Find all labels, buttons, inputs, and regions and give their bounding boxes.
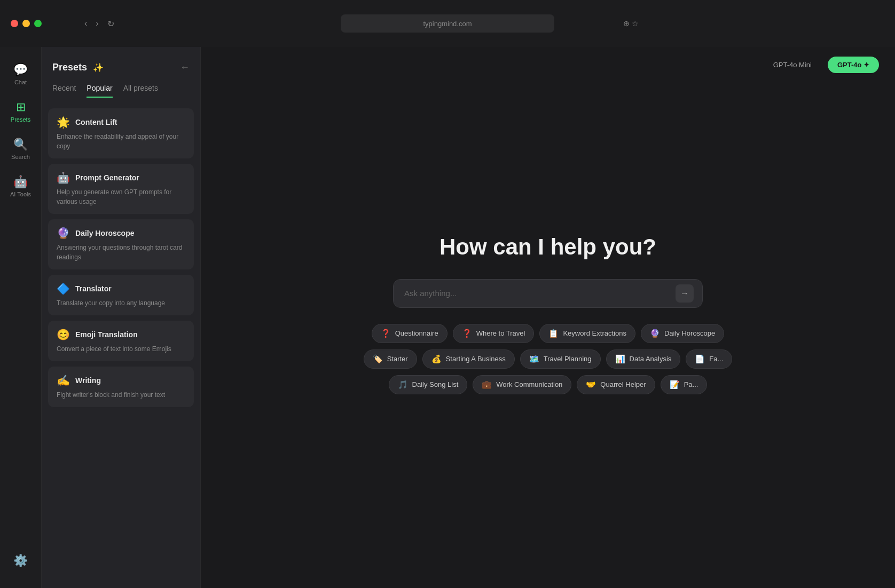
chip-questionnaire[interactable]: ❓ Questionnaire	[372, 324, 448, 343]
chip-pa-label: Pa...	[684, 380, 698, 388]
presets-header: Presets ✨ ←	[42, 47, 200, 84]
tab-all-presets[interactable]: All presets	[123, 84, 158, 98]
sparkle-icon: ✨	[93, 63, 104, 72]
chip-pa[interactable]: 📝 Pa...	[661, 375, 708, 394]
chip-starting-business[interactable]: 💰 Starting A Business	[422, 349, 515, 369]
chip-starting-business-label: Starting A Business	[446, 355, 506, 363]
preset-card-writing[interactable]: ✍️ Writing Fight writer's block and fini…	[48, 367, 194, 407]
suggestions-wrapper: ❓ Questionnaire ❓ Where to Travel 📋 Keyw…	[201, 324, 895, 394]
address-bar[interactable]: typingmind.com	[341, 14, 554, 33]
preset-name-translator: Translator	[75, 284, 112, 293]
back-button[interactable]: ‹	[84, 19, 87, 29]
icon-sidebar: 💬 Chat ⊞ Presets 🔍 Search 🤖 AI Tools ⚙️	[0, 47, 42, 588]
chip-starter-label: Starter	[387, 355, 408, 363]
sidebar-item-search-label: Search	[11, 154, 30, 160]
search-bar: →	[393, 279, 703, 308]
preset-desc-daily-horoscope: Answering your questions through tarot c…	[57, 243, 185, 262]
preset-card-prompt-generator[interactable]: 🤖 Prompt Generator Help you generate own…	[48, 164, 194, 214]
chip-keyword-extractions-label: Keyword Extractions	[563, 329, 626, 337]
starting-business-icon: 💰	[431, 354, 442, 364]
preset-name-writing: Writing	[75, 376, 101, 385]
sidebar-item-presets[interactable]: ⊞ Presets	[0, 95, 41, 128]
chip-where-to-travel-label: Where to Travel	[476, 329, 525, 337]
main-area: GPT-4o Mini GPT-4o ✦ How can I help you?…	[201, 47, 895, 588]
presets-icon: ⊞	[16, 100, 26, 114]
chip-starter[interactable]: 🏷️ Starter	[364, 349, 417, 369]
sidebar-item-ai-tools[interactable]: 🤖 AI Tools	[0, 170, 41, 203]
chip-keyword-extractions[interactable]: 📋 Keyword Extractions	[539, 324, 635, 343]
sidebar-item-settings[interactable]: ⚙️	[13, 549, 28, 573]
chip-daily-horoscope-label: Daily Horoscope	[664, 329, 715, 337]
forward-button[interactable]: ›	[96, 19, 98, 29]
preset-card-translator[interactable]: 🔷 Translator Translate your copy into an…	[48, 275, 194, 315]
suggestion-row-2: 🏷️ Starter 💰 Starting A Business 🗺️ Trav…	[364, 349, 733, 369]
sidebar-item-ai-tools-label: AI Tools	[10, 191, 31, 197]
daily-horoscope-chip-icon: 🔮	[650, 329, 660, 338]
model-secondary-button[interactable]: GPT-4o Mini	[764, 57, 821, 73]
sidebar-item-presets-label: Presets	[11, 116, 30, 123]
daily-song-icon: 🎵	[398, 380, 408, 390]
preset-desc-translator: Translate your copy into any language	[57, 298, 185, 308]
sidebar-item-chat[interactable]: 💬 Chat	[0, 58, 41, 91]
presets-title: Presets	[52, 62, 87, 73]
tab-recent[interactable]: Recent	[52, 84, 76, 98]
tab-popular[interactable]: Popular	[87, 84, 112, 98]
sidebar-item-search[interactable]: 🔍 Search	[0, 132, 41, 165]
close-button[interactable]	[11, 20, 18, 27]
address-text: typingmind.com	[423, 20, 472, 28]
quarrel-helper-icon: 🤝	[586, 380, 596, 390]
chip-daily-song-label: Daily Song List	[412, 380, 459, 388]
chip-fa[interactable]: 📄 Fa...	[686, 349, 732, 369]
starter-icon: 🏷️	[373, 354, 383, 364]
presets-panel: Presets ✨ ← Recent Popular All presets 🌟…	[42, 47, 201, 588]
maximize-button[interactable]	[34, 20, 42, 27]
minimize-button[interactable]	[22, 20, 30, 27]
ask-input[interactable]	[404, 289, 676, 298]
chat-icon: 💬	[13, 63, 28, 77]
search-submit-button[interactable]: →	[676, 284, 694, 303]
preset-card-content-lift[interactable]: 🌟 Content Lift Enhance the readability a…	[48, 108, 194, 158]
preset-name-content-lift: Content Lift	[75, 118, 117, 126]
presets-close-button[interactable]: ←	[180, 62, 190, 73]
chip-quarrel-helper[interactable]: 🤝 Quarrel Helper	[577, 375, 655, 394]
chip-travel-planning[interactable]: 🗺️ Travel Planning	[520, 349, 601, 369]
preset-card-emoji-translation[interactable]: 😊 Emoji Translation Convert a piece of t…	[48, 321, 194, 361]
prompt-generator-icon: 🤖	[57, 171, 70, 184]
sidebar-bottom: ⚙️	[13, 549, 28, 577]
titlebar: ‹ › ↻ typingmind.com ⊕ ☆	[0, 0, 895, 47]
reload-button[interactable]: ↻	[107, 19, 114, 29]
work-communication-icon: 💼	[482, 380, 492, 390]
sidebar-item-chat-label: Chat	[14, 79, 27, 85]
chip-data-analysis[interactable]: 📊 Data Analysis	[606, 349, 681, 369]
suggestions-scroll: ❓ Questionnaire ❓ Where to Travel 📋 Keyw…	[201, 324, 895, 394]
chip-daily-horoscope[interactable]: 🔮 Daily Horoscope	[641, 324, 724, 343]
chip-work-communication[interactable]: 💼 Work Communication	[473, 375, 571, 394]
chip-daily-song[interactable]: 🎵 Daily Song List	[389, 375, 468, 394]
search-icon: 🔍	[13, 138, 28, 152]
presets-title-container: Presets ✨	[52, 62, 104, 73]
preset-desc-emoji-translation: Convert a piece of text into some Emojis	[57, 344, 185, 354]
app-container: 💬 Chat ⊞ Presets 🔍 Search 🤖 AI Tools ⚙️ …	[0, 47, 895, 588]
preset-desc-content-lift: Enhance the readability and appeal of yo…	[57, 132, 185, 151]
preset-desc-writing: Fight writer's block and finish your tex…	[57, 390, 185, 400]
preset-name-prompt-generator: Prompt Generator	[75, 173, 139, 182]
emoji-translation-icon: 😊	[57, 328, 70, 341]
chip-quarrel-helper-label: Quarrel Helper	[600, 380, 646, 388]
chip-fa-label: Fa...	[709, 355, 723, 363]
nav-buttons: ‹ › ↻	[84, 19, 114, 29]
chip-where-to-travel[interactable]: ❓ Where to Travel	[453, 324, 535, 343]
daily-horoscope-icon: 🔮	[57, 227, 70, 240]
preset-card-daily-horoscope[interactable]: 🔮 Daily Horoscope Answering your questio…	[48, 219, 194, 269]
suggestion-row-3: 🎵 Daily Song List 💼 Work Communication 🤝…	[389, 375, 708, 394]
chip-data-analysis-label: Data Analysis	[630, 355, 672, 363]
bookmark-icon[interactable]: ⊕ ☆	[623, 19, 639, 28]
presets-list: 🌟 Content Lift Enhance the readability a…	[42, 106, 200, 588]
model-primary-button[interactable]: GPT-4o ✦	[828, 57, 879, 73]
preset-name-daily-horoscope: Daily Horoscope	[75, 229, 134, 237]
ai-tools-icon: 🤖	[13, 175, 28, 189]
chip-questionnaire-label: Questionnaire	[395, 329, 438, 337]
traffic-lights	[11, 20, 42, 27]
travel-planning-icon: 🗺️	[529, 354, 539, 364]
settings-icon: ⚙️	[13, 554, 28, 568]
keyword-extractions-icon: 📋	[548, 329, 559, 338]
